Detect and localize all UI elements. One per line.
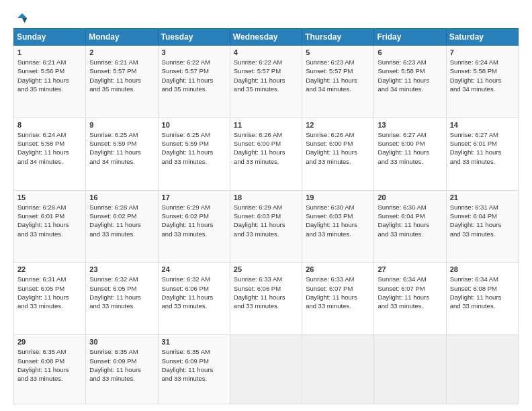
svg-marker-0 (17, 13, 27, 18)
day-info: Sunrise: 6:35 AMSunset: 6:08 PMDaylight:… (17, 347, 82, 383)
calendar-table: SundayMondayTuesdayWednesdayThursdayFrid… (13, 28, 519, 404)
calendar-week-4: 22 Sunrise: 6:31 AMSunset: 6:05 PMDaylig… (14, 263, 519, 335)
calendar-cell: 14 Sunrise: 6:27 AMSunset: 6:01 PMDaylig… (446, 118, 518, 190)
day-info: Sunrise: 6:29 AMSunset: 6:02 PMDaylight:… (162, 203, 226, 238)
calendar-cell: 26 Sunrise: 6:33 AMSunset: 6:07 PMDaylig… (302, 263, 374, 335)
day-number: 28 (450, 265, 515, 273)
calendar-cell: 22 Sunrise: 6:31 AMSunset: 6:05 PMDaylig… (14, 263, 86, 335)
calendar-cell: 17 Sunrise: 6:29 AMSunset: 6:02 PMDaylig… (158, 190, 230, 263)
calendar-cell: 31 Sunrise: 6:35 AMSunset: 6:09 PMDaylig… (158, 335, 230, 404)
day-number: 25 (234, 265, 298, 273)
day-info: Sunrise: 6:24 AMSunset: 5:58 PMDaylight:… (450, 58, 515, 93)
weekday-header-friday: Friday (374, 29, 446, 46)
day-info: Sunrise: 6:30 AMSunset: 6:03 PMDaylight:… (306, 203, 370, 238)
day-info: Sunrise: 6:27 AMSunset: 6:01 PMDaylight:… (450, 130, 515, 166)
day-info: Sunrise: 6:33 AMSunset: 6:07 PMDaylight:… (306, 275, 370, 310)
calendar-cell: 30 Sunrise: 6:35 AMSunset: 6:09 PMDaylig… (86, 335, 158, 404)
calendar-cell: 10 Sunrise: 6:25 AMSunset: 5:59 PMDaylig… (158, 118, 230, 190)
day-number: 14 (450, 121, 515, 129)
day-number: 19 (306, 193, 370, 201)
calendar-cell: 4 Sunrise: 6:22 AMSunset: 5:57 PMDayligh… (230, 46, 302, 118)
day-number: 1 (17, 48, 82, 56)
day-number: 15 (17, 193, 82, 201)
calendar-cell: 7 Sunrise: 6:24 AMSunset: 5:58 PMDayligh… (446, 46, 518, 118)
calendar-cell: 29 Sunrise: 6:35 AMSunset: 6:08 PMDaylig… (14, 335, 86, 404)
calendar-cell: 20 Sunrise: 6:30 AMSunset: 6:04 PMDaylig… (374, 190, 446, 263)
day-info: Sunrise: 6:32 AMSunset: 6:05 PMDaylight:… (89, 275, 154, 310)
day-info: Sunrise: 6:22 AMSunset: 5:57 PMDaylight:… (234, 58, 298, 93)
day-number: 21 (450, 193, 515, 201)
day-info: Sunrise: 6:29 AMSunset: 6:03 PMDaylight:… (234, 203, 298, 238)
calendar-cell: 24 Sunrise: 6:32 AMSunset: 6:06 PMDaylig… (158, 263, 230, 335)
calendar-cell: 19 Sunrise: 6:30 AMSunset: 6:03 PMDaylig… (302, 190, 374, 263)
day-number: 18 (234, 193, 298, 201)
day-number: 10 (162, 121, 226, 129)
calendar-cell: 15 Sunrise: 6:28 AMSunset: 6:01 PMDaylig… (14, 190, 86, 263)
day-info: Sunrise: 6:26 AMSunset: 6:00 PMDaylight:… (306, 130, 370, 166)
day-number: 4 (234, 48, 298, 56)
day-number: 20 (378, 193, 442, 201)
day-number: 27 (378, 265, 442, 273)
calendar-cell (446, 335, 518, 404)
weekday-header-thursday: Thursday (302, 29, 374, 46)
page: SundayMondayTuesdayWednesdayThursdayFrid… (0, 0, 532, 411)
day-number: 7 (450, 48, 515, 56)
calendar-week-1: 1Sunrise: 6:21 AMSunset: 5:56 PMDaylight… (14, 46, 519, 118)
calendar-cell: 11 Sunrise: 6:26 AMSunset: 6:00 PMDaylig… (230, 118, 302, 190)
day-info: Sunrise: 6:31 AMSunset: 6:04 PMDaylight:… (450, 203, 515, 238)
weekday-header-saturday: Saturday (446, 29, 518, 46)
day-number: 5 (306, 48, 370, 56)
day-info: Sunrise: 6:28 AMSunset: 6:02 PMDaylight:… (89, 203, 154, 238)
calendar-cell: 28 Sunrise: 6:34 AMSunset: 6:08 PMDaylig… (446, 263, 518, 335)
calendar-cell: 9 Sunrise: 6:25 AMSunset: 5:59 PMDayligh… (86, 118, 158, 190)
day-info: Sunrise: 6:35 AMSunset: 6:09 PMDaylight:… (162, 347, 226, 383)
calendar-cell: 6 Sunrise: 6:23 AMSunset: 5:58 PMDayligh… (374, 46, 446, 118)
weekday-header-sunday: Sunday (14, 29, 86, 46)
day-number: 23 (89, 265, 154, 273)
day-info: Sunrise: 6:31 AMSunset: 6:05 PMDaylight:… (17, 275, 82, 310)
calendar-cell: 21 Sunrise: 6:31 AMSunset: 6:04 PMDaylig… (446, 190, 518, 263)
calendar-cell: 18 Sunrise: 6:29 AMSunset: 6:03 PMDaylig… (230, 190, 302, 263)
day-number: 13 (378, 121, 442, 129)
day-number: 3 (162, 48, 226, 56)
weekday-header-monday: Monday (86, 29, 158, 46)
day-number: 26 (306, 265, 370, 273)
day-number: 6 (378, 48, 442, 56)
logo-icon (16, 12, 28, 24)
day-number: 2 (89, 48, 154, 56)
day-info: Sunrise: 6:28 AMSunset: 6:01 PMDaylight:… (17, 203, 82, 238)
day-info: Sunrise: 6:25 AMSunset: 5:59 PMDaylight:… (162, 130, 226, 166)
calendar-cell: 5 Sunrise: 6:23 AMSunset: 5:57 PMDayligh… (302, 46, 374, 118)
day-info: Sunrise: 6:23 AMSunset: 5:57 PMDaylight:… (306, 58, 370, 93)
day-number: 30 (89, 338, 154, 346)
day-number: 16 (89, 193, 154, 201)
day-number: 31 (162, 338, 226, 346)
calendar-cell: 8 Sunrise: 6:24 AMSunset: 5:58 PMDayligh… (14, 118, 86, 190)
weekday-header-tuesday: Tuesday (158, 29, 230, 46)
header (13, 12, 519, 21)
day-info: Sunrise: 6:23 AMSunset: 5:58 PMDaylight:… (378, 58, 442, 93)
day-number: 29 (17, 338, 82, 346)
weekday-header-row: SundayMondayTuesdayWednesdayThursdayFrid… (14, 29, 519, 46)
day-number: 11 (234, 121, 298, 129)
day-number: 12 (306, 121, 370, 129)
weekday-header-wednesday: Wednesday (230, 29, 302, 46)
calendar-cell: 16 Sunrise: 6:28 AMSunset: 6:02 PMDaylig… (86, 190, 158, 263)
day-info: Sunrise: 6:24 AMSunset: 5:58 PMDaylight:… (17, 130, 82, 166)
calendar-cell: 25 Sunrise: 6:33 AMSunset: 6:06 PMDaylig… (230, 263, 302, 335)
calendar-cell: 23 Sunrise: 6:32 AMSunset: 6:05 PMDaylig… (86, 263, 158, 335)
calendar-cell: 2 Sunrise: 6:21 AMSunset: 5:57 PMDayligh… (86, 46, 158, 118)
calendar-week-5: 29 Sunrise: 6:35 AMSunset: 6:08 PMDaylig… (14, 335, 519, 404)
logo (13, 12, 28, 21)
day-number: 9 (89, 121, 154, 129)
day-info: Sunrise: 6:30 AMSunset: 6:04 PMDaylight:… (378, 203, 442, 238)
day-info: Sunrise: 6:25 AMSunset: 5:59 PMDaylight:… (89, 130, 154, 166)
day-number: 8 (17, 121, 82, 129)
calendar-cell: 3 Sunrise: 6:22 AMSunset: 5:57 PMDayligh… (158, 46, 230, 118)
day-number: 22 (17, 265, 82, 273)
calendar-cell (374, 335, 446, 404)
svg-marker-1 (22, 18, 27, 23)
calendar-cell (302, 335, 374, 404)
day-info: Sunrise: 6:21 AMSunset: 5:56 PMDaylight:… (17, 58, 82, 93)
day-info: Sunrise: 6:32 AMSunset: 6:06 PMDaylight:… (162, 275, 226, 310)
